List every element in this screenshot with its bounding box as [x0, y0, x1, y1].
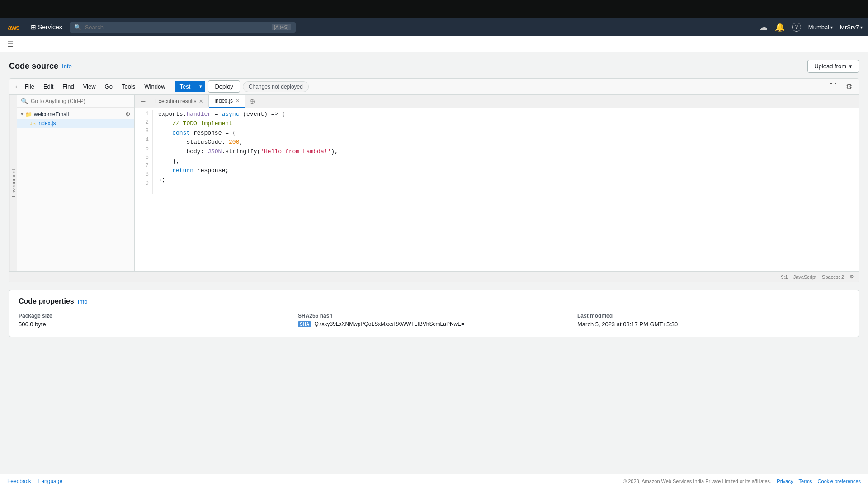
main-content: Code source Info Upload from ▾ ‹ File Ed…: [0, 52, 868, 488]
code-line-7: return response;: [158, 166, 853, 176]
code-source-info-link[interactable]: Info: [62, 63, 72, 70]
feedback-link[interactable]: Feedback: [7, 478, 31, 484]
file-index-js[interactable]: JS index.js: [17, 119, 134, 128]
upload-from-button[interactable]: Upload from ▾: [807, 60, 859, 73]
footer: Feedback Language © 2023, Amazon Web Ser…: [0, 474, 868, 488]
folder-welcome-email[interactable]: ▾ 📁 welcomeEmail ⚙: [17, 109, 134, 119]
test-caret-button[interactable]: ▾: [196, 81, 205, 92]
code-line-4: statusCode: 200,: [158, 138, 853, 147]
cookie-link[interactable]: Cookie preferences: [818, 479, 861, 484]
code-line-5: body: JSON.stringify('Hello from Lambda!…: [158, 147, 853, 157]
aws-logo[interactable]: aws: [5, 22, 22, 33]
sha256-label: SHA256 hash: [298, 313, 570, 319]
properties-header: Code properties Info: [19, 297, 849, 305]
code-line-1: exports.handler = async (event) => {: [158, 110, 853, 119]
code-area: ☰ Execution results ✕ index.js ✕ ⊕ 1: [135, 95, 859, 271]
environment-label: Environment: [9, 95, 17, 271]
footer-left: Feedback Language: [7, 478, 62, 484]
status-settings-icon[interactable]: ⚙: [849, 274, 854, 280]
copyright-text: © 2023, Amazon Web Services India Privat…: [623, 479, 771, 484]
properties-info-link[interactable]: Info: [78, 298, 88, 305]
sha256-prop: SHA256 hash SHA Q7xxy39LxXNMwpPQoLSxMxxs…: [298, 313, 570, 328]
menu-arrow-left[interactable]: ‹: [13, 82, 19, 91]
services-label: Services: [38, 23, 62, 31]
services-nav[interactable]: ⊞ Services: [27, 22, 66, 33]
top-bar: [0, 0, 868, 18]
region-selector[interactable]: Mumbai ▾: [808, 24, 833, 31]
code-line-3: const response = {: [158, 129, 853, 138]
tab-index-js[interactable]: index.js ✕: [209, 95, 245, 108]
tab-pages-icon[interactable]: ☰: [137, 95, 150, 108]
package-size-label: Package size: [19, 313, 291, 319]
changes-badge: Changes not deployed: [243, 81, 309, 92]
tab-add-button[interactable]: ⊕: [245, 95, 259, 108]
region-caret: ▾: [830, 25, 833, 30]
file-tree: ▾ 📁 welcomeEmail ⚙ JS index.js: [17, 108, 134, 271]
menu-tools[interactable]: Tools: [118, 82, 139, 91]
menu-find[interactable]: Find: [59, 82, 77, 91]
fullscreen-button[interactable]: ⛶: [827, 81, 840, 92]
search-input[interactable]: [85, 24, 268, 31]
code-source-header: Code source Info Upload from ▾: [9, 60, 859, 73]
cloud-icon[interactable]: ☁: [760, 22, 768, 32]
tab-index-js-close[interactable]: ✕: [236, 99, 240, 103]
tab-execution-results[interactable]: Execution results ✕: [150, 95, 209, 107]
language-mode[interactable]: JavaScript: [793, 274, 816, 280]
tab-execution-results-close[interactable]: ✕: [199, 99, 203, 104]
terms-link[interactable]: Terms: [798, 479, 812, 484]
package-size-value: 506.0 byte: [19, 321, 291, 328]
spaces-setting[interactable]: Spaces: 2: [822, 274, 844, 280]
properties-grid: Package size 506.0 byte SHA256 hash SHA …: [19, 313, 849, 328]
explorer-search[interactable]: 🔍: [17, 95, 134, 108]
code-properties-section: Code properties Info Package size 506.0 …: [9, 290, 859, 337]
search-icon: 🔍: [74, 24, 81, 31]
menu-go[interactable]: Go: [101, 82, 116, 91]
nav-bar: aws ⊞ Services 🔍 [Alt+S] ☁ 🔔 ? Mumbai ▾ …: [0, 18, 868, 36]
menu-view[interactable]: View: [80, 82, 99, 91]
editor-panel: ‹ File Edit Find View Go Tools Window Te…: [9, 78, 859, 282]
search-shortcut: [Alt+S]: [272, 24, 291, 30]
user-menu[interactable]: MrSrv7 ▾: [840, 24, 863, 31]
folder-icon: 📁: [25, 111, 32, 117]
editor-status-bar: 9:1 JavaScript Spaces: 2 ⚙: [9, 271, 859, 282]
file-explorer: 🔍 ▾ 📁 welcomeEmail ⚙ JS index.js: [17, 95, 135, 271]
line-numbers: 1 2 3 4 5 6 7 8 9: [135, 110, 153, 194]
file-name: index.js: [38, 120, 56, 127]
footer-right: © 2023, Amazon Web Services India Privat…: [623, 479, 861, 484]
menu-window[interactable]: Window: [141, 82, 169, 91]
tab-index-js-label: index.js: [214, 98, 233, 104]
tab-bar: ☰ Execution results ✕ index.js ✕ ⊕: [135, 95, 859, 108]
bell-icon[interactable]: 🔔: [775, 22, 785, 32]
cursor-position[interactable]: 9:1: [781, 274, 788, 280]
search-bar[interactable]: 🔍 [Alt+S]: [70, 22, 296, 33]
code-line-2: // TODO implement: [158, 119, 853, 129]
editor-body: Environment 🔍 ▾ 📁 welcomeEmail ⚙ JS: [9, 95, 859, 271]
nav-right: ☁ 🔔 ? Mumbai ▾ MrSrv7 ▾: [760, 22, 863, 32]
explorer-search-icon: 🔍: [21, 98, 28, 104]
deploy-button[interactable]: Deploy: [208, 80, 240, 93]
help-icon[interactable]: ?: [792, 23, 801, 32]
last-modified-prop: Last modified March 5, 2023 at 03:17 PM …: [577, 313, 849, 328]
menu-file[interactable]: File: [21, 82, 38, 91]
upload-from-caret: ▾: [849, 63, 852, 70]
menu-bar: ‹ File Edit Find View Go Tools Window Te…: [9, 79, 859, 95]
code-content-area[interactable]: 1 2 3 4 5 6 7 8 9 exports.handler = asyn…: [135, 108, 859, 196]
code-source-title: Code source: [9, 61, 58, 71]
menu-edit[interactable]: Edit: [40, 82, 57, 91]
editor-settings-button[interactable]: ⚙: [843, 81, 855, 92]
folder-gear-icon[interactable]: ⚙: [125, 111, 131, 117]
folder-name: welcomeEmail: [34, 111, 69, 117]
code-lines: exports.handler = async (event) => { // …: [153, 110, 859, 194]
code-line-8: };: [158, 176, 853, 185]
last-modified-value: March 5, 2023 at 03:17 PM GMT+5:30: [577, 321, 849, 328]
language-link[interactable]: Language: [38, 478, 62, 484]
tab-execution-results-label: Execution results: [155, 98, 196, 104]
test-button[interactable]: Test: [175, 81, 196, 92]
user-caret: ▾: [860, 25, 863, 30]
explorer-search-input[interactable]: [31, 98, 131, 104]
hamburger-icon[interactable]: ☰: [7, 40, 14, 48]
grid-icon: ⊞: [31, 23, 36, 31]
code-line-9: [158, 185, 853, 194]
code-line-6: };: [158, 157, 853, 166]
privacy-link[interactable]: Privacy: [777, 479, 793, 484]
